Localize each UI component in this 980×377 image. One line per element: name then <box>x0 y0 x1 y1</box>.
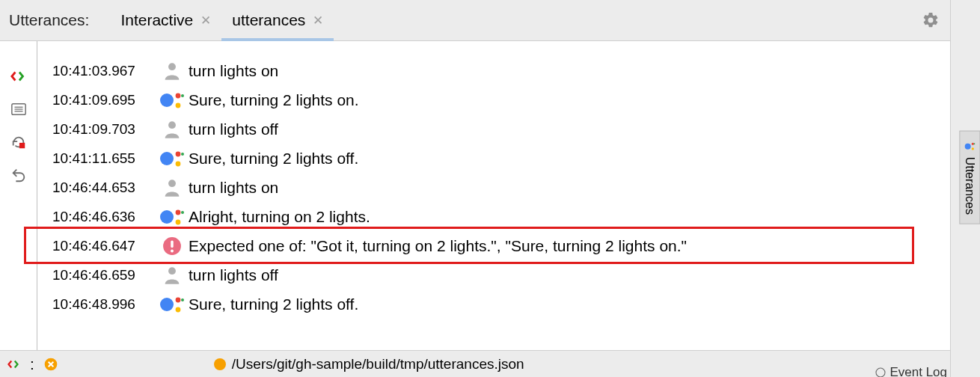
log-area: 10:41:03.967 turn lights on10:41:09.695 … <box>37 41 967 350</box>
assistant-icon <box>156 90 189 111</box>
svg-point-24 <box>160 298 174 311</box>
log-message: Alright, turning on 2 lights. <box>189 208 370 226</box>
sidebar-tab-utterances[interactable]: Utterances <box>959 131 980 224</box>
log-message: Expected one of: "Got it, turning on 2 l… <box>189 237 687 255</box>
event-log-hint[interactable]: Event Log <box>875 365 947 377</box>
tab-utterances[interactable]: utterances ✕ <box>221 0 334 40</box>
assistant-icon <box>156 206 189 227</box>
svg-point-16 <box>160 210 174 224</box>
status-path: /Users/git/gh-sample/build/tmp/utterance… <box>232 356 524 373</box>
user-icon <box>156 119 189 140</box>
log-message: Sure, turning 2 lights off. <box>189 295 358 313</box>
user-icon <box>156 61 189 82</box>
svg-rect-21 <box>171 240 173 248</box>
toggle-view-icon[interactable] <box>7 358 21 371</box>
error-icon <box>162 236 182 256</box>
svg-point-27 <box>181 298 184 301</box>
svg-point-22 <box>171 249 174 252</box>
log-message: turn lights on <box>189 179 278 197</box>
svg-point-31 <box>964 144 970 150</box>
status-dot-icon <box>214 358 226 370</box>
toggle-view-icon[interactable] <box>10 68 27 85</box>
svg-point-15 <box>168 180 176 187</box>
tab-interactive[interactable]: Interactive ✕ <box>110 0 221 40</box>
tool-column <box>0 41 37 350</box>
log-row[interactable]: 10:41:03.967 turn lights on <box>43 56 961 85</box>
assistant-icon <box>156 148 189 169</box>
status-separator: : <box>27 355 37 373</box>
svg-point-12 <box>176 151 181 156</box>
log-message: turn lights off <box>189 266 278 284</box>
log-message: turn lights off <box>189 120 278 138</box>
log-timestamp: 10:41:09.695 <box>43 92 156 108</box>
user-icon <box>162 265 183 286</box>
user-icon <box>162 177 183 198</box>
user-icon <box>162 119 183 140</box>
svg-point-25 <box>176 297 181 302</box>
assistant-icon <box>159 90 185 111</box>
svg-point-8 <box>176 102 181 108</box>
gear-icon[interactable] <box>922 11 940 29</box>
rerun-icon[interactable] <box>10 134 27 150</box>
log-message: turn lights on <box>189 62 278 80</box>
log-row[interactable]: 10:46:46.647 Expected one of: "Got it, t… <box>43 231 961 260</box>
log-timestamp: 10:41:03.967 <box>43 63 156 79</box>
log-row[interactable]: 10:41:09.703 turn lights off <box>43 114 961 144</box>
svg-point-18 <box>176 219 181 224</box>
user-icon <box>156 177 189 198</box>
error-icon <box>156 236 189 256</box>
log-row[interactable]: 10:46:48.996 Sure, turning 2 lights off. <box>43 289 961 319</box>
svg-point-17 <box>176 209 181 215</box>
undo-icon[interactable] <box>10 167 27 183</box>
tab-label: Interactive <box>120 11 193 29</box>
log-row[interactable]: 10:41:09.695 Sure, turning 2 lights on. <box>43 85 961 114</box>
log-timestamp: 10:46:46.647 <box>43 238 156 254</box>
log-timestamp: 10:41:09.703 <box>43 121 156 138</box>
close-icon[interactable]: ✕ <box>313 14 323 27</box>
log-timestamp: 10:46:48.996 <box>43 296 156 313</box>
assistant-icon <box>159 148 185 169</box>
log-timestamp: 10:46:44.653 <box>43 180 156 196</box>
svg-point-26 <box>176 307 181 312</box>
log-row[interactable]: 10:41:11.655 Sure, turning 2 lights off. <box>43 144 961 173</box>
status-bar: : /Users/git/gh-sample/build/tmp/utteran… <box>0 350 950 377</box>
log-message: Sure, turning 2 lights on. <box>189 91 359 109</box>
svg-rect-4 <box>19 143 24 148</box>
svg-point-23 <box>168 267 176 275</box>
svg-point-35 <box>876 368 885 377</box>
main-panel: 10:41:03.967 turn lights on10:41:09.695 … <box>0 41 980 350</box>
svg-point-5 <box>168 63 176 70</box>
svg-point-32 <box>971 143 973 145</box>
log-timestamp: 10:41:11.655 <box>43 150 156 167</box>
svg-point-7 <box>176 93 181 98</box>
user-icon <box>156 265 189 286</box>
svg-point-13 <box>176 161 181 166</box>
log-timestamp: 10:46:46.659 <box>43 267 156 283</box>
svg-point-33 <box>971 147 973 150</box>
list-icon[interactable] <box>10 101 27 117</box>
svg-point-19 <box>181 211 184 214</box>
log-row[interactable]: 10:46:46.636 Alright, turning on 2 light… <box>43 202 961 231</box>
svg-point-10 <box>168 121 176 129</box>
sidebar-tab-label: Utterances <box>963 157 976 215</box>
svg-point-14 <box>181 153 184 156</box>
log-timestamp: 10:46:46.636 <box>43 209 156 225</box>
svg-point-9 <box>181 94 184 97</box>
user-icon <box>162 61 183 82</box>
log-row[interactable]: 10:46:44.653 turn lights on <box>43 173 961 202</box>
tab-label: utterances <box>232 11 305 29</box>
status-cancel-icon[interactable] <box>43 357 58 372</box>
assistant-icon <box>159 294 185 315</box>
tab-bar: Utterances: Interactive ✕ utterances ✕ — <box>0 0 980 41</box>
assistant-icon <box>156 294 189 315</box>
svg-point-11 <box>160 152 174 165</box>
svg-point-6 <box>160 94 174 107</box>
panel-title: Utterances: <box>9 11 110 29</box>
close-icon[interactable]: ✕ <box>200 14 211 27</box>
log-message: Sure, turning 2 lights off. <box>189 150 358 168</box>
assistant-icon <box>159 206 185 227</box>
log-row[interactable]: 10:46:46.659 turn lights off <box>43 260 961 289</box>
